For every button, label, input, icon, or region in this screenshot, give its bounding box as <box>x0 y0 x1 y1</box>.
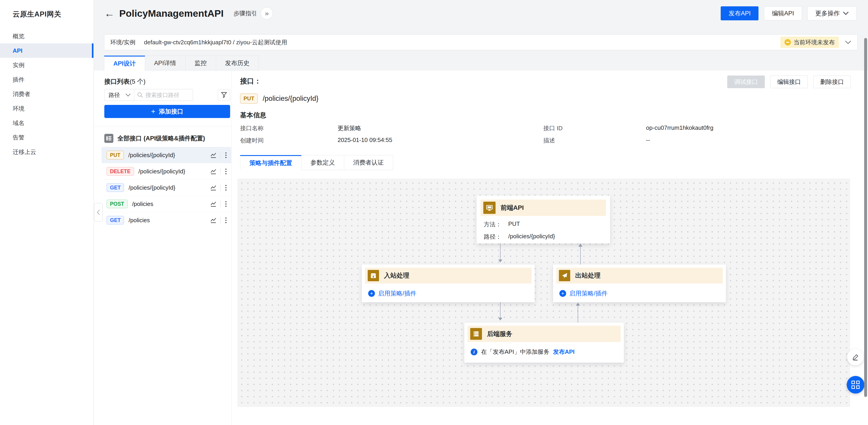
list-item-get-policies[interactable]: GET /policies <box>102 212 231 228</box>
search-icon <box>137 92 143 98</box>
back-arrow-icon[interactable]: ← <box>104 8 115 19</box>
double-chevron-icon: » <box>265 9 269 17</box>
list-group-icon <box>104 134 113 143</box>
guide-label: 步骤指引 <box>234 9 257 18</box>
environment-label: 环境/实例 <box>110 38 135 46</box>
method-badge: GET <box>106 183 124 192</box>
status-badge: 当前环境未发布 <box>780 37 839 48</box>
main-tabs: API设计 API详情 监控 发布历史 <box>104 56 259 70</box>
sidebar-item-environments[interactable]: 环境 <box>0 101 93 116</box>
more-actions-button[interactable]: 更多操作 <box>807 6 857 20</box>
sidebar-item-domains[interactable]: 域名 <box>0 116 93 130</box>
api-group-header[interactable]: 全部接口 (API级策略&插件配置) <box>104 133 205 143</box>
filter-field-select[interactable]: 路径 <box>104 89 134 101</box>
add-endpoint-button[interactable]: + 添加接口 <box>104 105 230 118</box>
sidebar-item-alerts[interactable]: 告警 <box>0 130 93 145</box>
subtab-policy-plugin[interactable]: 策略与插件配置 <box>240 155 301 170</box>
info-value-created: 2025-01-10 09:54:55 <box>338 136 392 143</box>
kebab-menu-icon[interactable] <box>223 168 228 175</box>
sidebar-collapse-handle[interactable] <box>94 203 103 222</box>
content-area: 接口列表(5 个) 路径 + 添加接口 全部接口 (API级策略&插件配置) <box>94 70 868 425</box>
arrow-down-icon <box>498 260 502 262</box>
pencil-icon <box>851 353 859 361</box>
info-label-created: 创建时间 <box>240 136 264 144</box>
chart-icon[interactable] <box>210 152 217 159</box>
search-box <box>134 89 193 101</box>
delete-endpoint-button[interactable]: 删除接口 <box>813 75 851 88</box>
feedback-pencil-button[interactable] <box>847 349 864 365</box>
tab-api-design[interactable]: API设计 <box>104 56 145 70</box>
list-item-put-policy[interactable]: PUT /policies/{policyId} <box>102 147 231 163</box>
frontend-api-node[interactable]: 前端API 方法：PUT 路径：/policies/{policyId} <box>476 196 610 243</box>
page-header: ← PolicyManagementAPI 步骤指引 » 发布API 编辑API… <box>94 0 868 27</box>
backend-service-node[interactable]: 后端服务 i 在「发布API」中添加服务 发布API <box>464 323 624 363</box>
kebab-menu-icon[interactable] <box>223 217 228 224</box>
arrow-down-icon <box>498 318 502 321</box>
info-label-name: 接口名称 <box>240 124 264 132</box>
method-label: 方法： <box>484 220 508 228</box>
chevron-down-icon <box>843 11 849 15</box>
tab-api-details[interactable]: API详情 <box>145 56 186 70</box>
list-item-post-policies[interactable]: POST /policies <box>102 196 231 212</box>
policy-flow-canvas[interactable]: 前端API 方法：PUT 路径：/policies/{policyId} 入站处… <box>237 178 850 407</box>
backend-note: 在「发布API」中添加服务 <box>481 348 549 356</box>
plus-circle-icon: + <box>368 290 375 297</box>
sidebar-item-overview[interactable]: 概览 <box>0 29 93 43</box>
environment-status: 当前环境未发布 <box>780 37 851 48</box>
filter-button[interactable] <box>218 89 230 101</box>
sidebar-item-consumers[interactable]: 消费者 <box>0 87 93 101</box>
monitor-icon <box>483 202 496 214</box>
sidebar-item-instances[interactable]: 实例 <box>0 58 93 72</box>
edit-endpoint-button[interactable]: 编辑接口 <box>770 75 808 88</box>
subtab-parameters[interactable]: 参数定义 <box>301 155 344 170</box>
endpoint-path: /policies/{policyId} <box>263 95 318 103</box>
publish-api-button[interactable]: 发布API <box>721 6 759 20</box>
chart-icon[interactable] <box>210 217 217 224</box>
info-value-id: op-cu07rrum1hkokaut0frg <box>646 124 713 131</box>
chevron-left-icon <box>97 209 100 216</box>
sidebar-item-plugins[interactable]: 插件 <box>0 72 93 87</box>
guide-expand-button[interactable]: » <box>261 7 273 20</box>
list-item-delete-policy[interactable]: DELETE /policies/{policyId} <box>102 163 231 179</box>
kebab-menu-icon[interactable] <box>223 184 228 192</box>
subtab-consumer-auth[interactable]: 消费者认证 <box>344 155 393 170</box>
sidebar-menu: 概览 API 实例 插件 消费者 环境 域名 告警 迁移上云 <box>0 29 93 159</box>
tab-publish-history[interactable]: 发布历史 <box>216 56 259 70</box>
method-badge: PUT <box>240 94 258 103</box>
sidebar-item-migration[interactable]: 迁移上云 <box>0 145 93 159</box>
vertical-scrollbar[interactable] <box>864 38 867 397</box>
panel-divider <box>231 70 231 425</box>
method-badge: PUT <box>106 151 124 159</box>
enable-policy-link[interactable]: + 启用策略/插件 <box>559 289 723 297</box>
method-value: PUT <box>508 220 520 228</box>
sidebar-title: 云原生API网关 <box>0 0 93 19</box>
sidebar: 云原生API网关 概览 API 实例 插件 消费者 环境 域名 告警 迁移上云 <box>0 0 94 425</box>
path-label: 路径： <box>484 233 508 241</box>
kebab-menu-icon[interactable] <box>223 152 228 159</box>
search-input[interactable] <box>146 92 186 98</box>
app-root: 云原生API网关 概览 API 实例 插件 消费者 环境 域名 告警 迁移上云 … <box>0 0 868 425</box>
publish-api-link[interactable]: 发布API <box>553 348 575 356</box>
chart-icon[interactable] <box>210 184 217 191</box>
chart-icon[interactable] <box>210 200 217 207</box>
funnel-icon <box>221 92 227 98</box>
arrow-up-icon <box>578 244 583 247</box>
minus-circle-icon <box>784 39 791 45</box>
quick-menu-button[interactable] <box>847 376 864 394</box>
kebab-menu-icon[interactable] <box>223 200 228 208</box>
method-badge: GET <box>106 216 124 225</box>
environment-selector[interactable]: 环境/实例 default-gw-ctv2cq6m1hkkjuapl7t0 / … <box>104 34 858 50</box>
chart-icon[interactable] <box>210 168 217 175</box>
outbound-processing-node[interactable]: 出站处理 + 启用策略/插件 <box>553 264 726 302</box>
list-item-get-policy[interactable]: GET /policies/{policyId} <box>102 179 231 196</box>
debug-endpoint-button[interactable]: 调试接口 <box>727 75 765 88</box>
sidebar-item-api[interactable]: API <box>0 43 93 58</box>
method-badge: DELETE <box>106 167 134 176</box>
tab-monitoring[interactable]: 监控 <box>186 56 216 70</box>
edit-api-button[interactable]: 编辑API <box>764 6 802 20</box>
enable-policy-link[interactable]: + 启用策略/插件 <box>368 289 531 297</box>
inbound-processing-node[interactable]: 入站处理 + 启用策略/插件 <box>362 264 535 302</box>
plus-circle-icon: + <box>559 290 566 297</box>
chevron-down-icon[interactable] <box>845 40 851 44</box>
api-list-count: (5 个) <box>130 78 146 85</box>
